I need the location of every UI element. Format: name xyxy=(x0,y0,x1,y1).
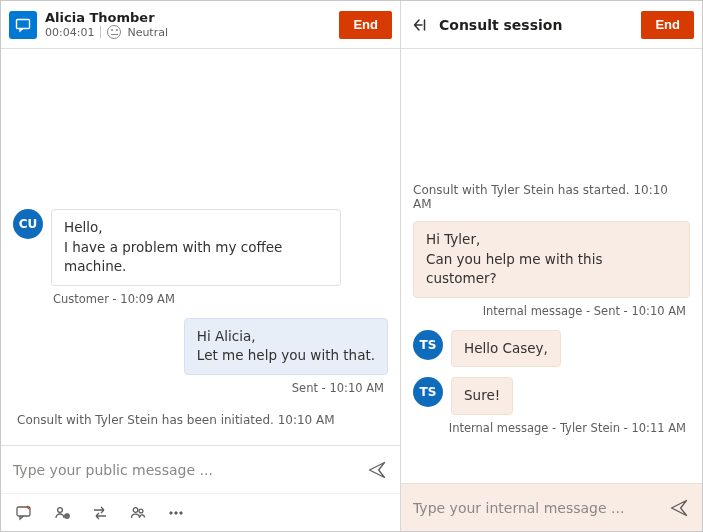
back-arrow-icon[interactable] xyxy=(409,16,431,34)
consult-header: Consult session End xyxy=(401,1,702,49)
message-meta: Internal message - Tyler Stein - 10:11 A… xyxy=(413,421,690,435)
svg-point-5 xyxy=(139,509,143,513)
system-message: Consult with Tyler Stein has started. 10… xyxy=(413,183,690,211)
transfer-icon[interactable] xyxy=(91,504,109,522)
session-duration: 00:04:01 xyxy=(45,26,94,39)
more-icon[interactable] xyxy=(167,504,185,522)
consult-icon[interactable] xyxy=(53,504,71,522)
send-icon[interactable] xyxy=(668,497,690,519)
quick-replies-icon[interactable] xyxy=(15,504,33,522)
message-bubble-agent: Hi Alicia, Let me help you with that. xyxy=(184,318,388,375)
message-bubble-internal: Hi Tyler, Can you help me with this cust… xyxy=(413,221,690,298)
message-bubble-peer: Hello Casey, xyxy=(451,330,561,368)
message-meta: Internal message - Sent - 10:10 AM xyxy=(413,304,690,318)
message-row-internal-out: Hi Tyler, Can you help me with this cust… xyxy=(413,221,690,298)
internal-message-input[interactable] xyxy=(413,500,660,516)
avatar: CU xyxy=(13,209,43,239)
consult-title: Consult session xyxy=(439,17,633,33)
separator xyxy=(100,26,101,38)
public-message-composer xyxy=(1,445,400,493)
customer-chat-panel: Alicia Thomber 00:04:01 Neutral End CU H… xyxy=(1,1,401,531)
avatar: TS xyxy=(413,330,443,360)
system-message: Consult with Tyler Stein has been initia… xyxy=(13,413,388,427)
svg-point-8 xyxy=(180,511,182,513)
customer-conversation: CU Hello, I have a problem with my coffe… xyxy=(1,49,400,445)
chat-icon xyxy=(9,11,37,39)
sentiment-icon xyxy=(107,25,121,39)
composer-toolbar xyxy=(1,493,400,531)
svg-point-2 xyxy=(58,507,63,512)
sentiment-label: Neutral xyxy=(127,26,168,39)
message-meta: Sent - 10:10 AM xyxy=(13,381,388,395)
people-icon[interactable] xyxy=(129,504,147,522)
message-row-peer: TS Hello Casey, xyxy=(413,330,690,368)
end-consult-button[interactable]: End xyxy=(641,11,694,39)
end-chat-button[interactable]: End xyxy=(339,11,392,39)
internal-message-composer xyxy=(401,483,702,531)
customer-name: Alicia Thomber xyxy=(45,10,331,26)
message-meta: Customer - 10:09 AM xyxy=(13,292,388,306)
svg-point-4 xyxy=(133,507,138,512)
consult-panel: Consult session End Consult with Tyler S… xyxy=(401,1,702,531)
message-bubble-peer: Sure! xyxy=(451,377,513,415)
customer-chat-header: Alicia Thomber 00:04:01 Neutral End xyxy=(1,1,400,49)
svg-rect-0 xyxy=(17,19,30,28)
svg-point-6 xyxy=(170,511,172,513)
avatar: TS xyxy=(413,377,443,407)
public-message-input[interactable] xyxy=(13,462,358,478)
message-row-agent: Hi Alicia, Let me help you with that. xyxy=(13,318,388,375)
svg-point-7 xyxy=(175,511,177,513)
send-icon[interactable] xyxy=(366,459,388,481)
message-bubble-customer: Hello, I have a problem with my coffee m… xyxy=(51,209,341,286)
consult-conversation: Consult with Tyler Stein has started. 10… xyxy=(401,49,702,483)
message-row-customer: CU Hello, I have a problem with my coffe… xyxy=(13,209,388,286)
message-row-peer: TS Sure! xyxy=(413,377,690,415)
